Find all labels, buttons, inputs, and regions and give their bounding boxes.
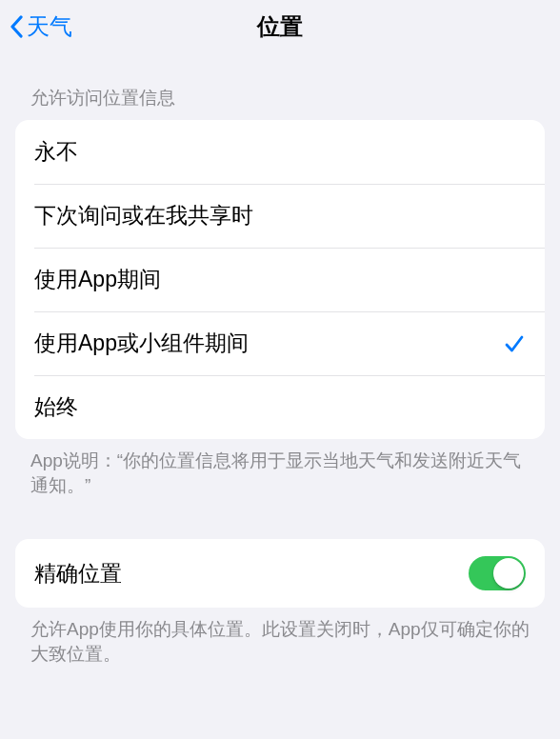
chevron-left-icon — [8, 13, 25, 40]
option-label: 永不 — [34, 137, 78, 167]
option-while-using-widgets[interactable]: 使用App或小组件期间 — [15, 311, 545, 375]
option-label: 使用App或小组件期间 — [34, 329, 249, 358]
page-title: 位置 — [257, 11, 303, 42]
option-always[interactable]: 始终 — [15, 375, 545, 439]
section-header-access: 允许访问位置信息 — [0, 53, 560, 120]
section-footer-precise: 允许App使用你的具体位置。此设置关闭时，App仅可确定你的大致位置。 — [0, 608, 560, 666]
option-never[interactable]: 永不 — [15, 120, 545, 184]
option-while-using[interactable]: 使用App期间 — [15, 248, 545, 311]
back-button[interactable]: 天气 — [8, 0, 72, 53]
precise-location-row[interactable]: 精确位置 — [15, 539, 545, 608]
back-label: 天气 — [27, 11, 72, 42]
access-options-group: 永不 下次询问或在我共享时 使用App期间 使用App或小组件期间 始终 — [15, 120, 545, 439]
checkmark-icon — [503, 332, 526, 355]
option-label: 始终 — [34, 392, 78, 422]
nav-header: 天气 位置 — [0, 0, 560, 53]
section-footer-access: App说明：“你的位置信息将用于显示当地天气和发送附近天气通知。” — [0, 439, 560, 497]
precise-location-toggle[interactable] — [469, 556, 526, 590]
switch-knob — [493, 558, 524, 589]
precise-label: 精确位置 — [34, 559, 122, 589]
option-label: 使用App期间 — [34, 265, 161, 294]
option-label: 下次询问或在我共享时 — [34, 201, 253, 230]
precise-group: 精确位置 — [15, 539, 545, 608]
option-ask[interactable]: 下次询问或在我共享时 — [15, 184, 545, 248]
